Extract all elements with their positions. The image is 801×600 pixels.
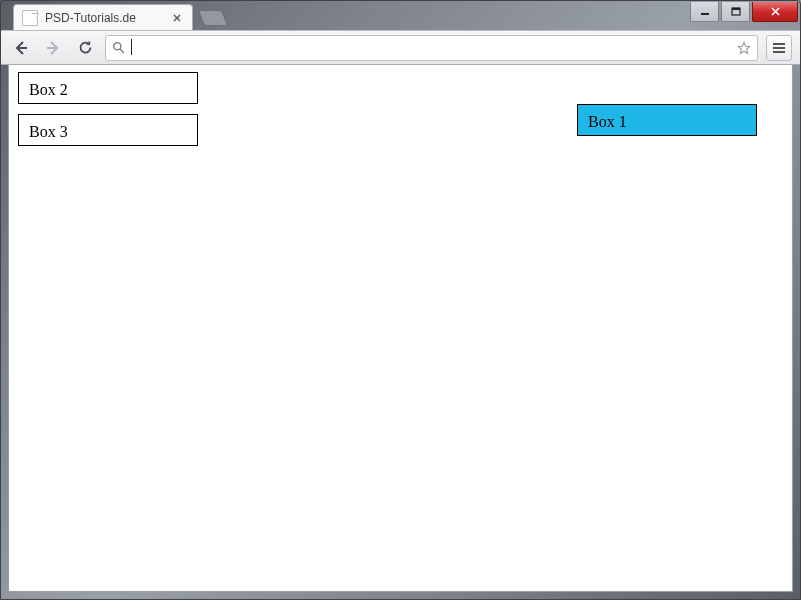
- address-bar[interactable]: [105, 35, 758, 61]
- svg-line-4: [120, 49, 124, 53]
- maximize-icon: [731, 7, 741, 17]
- svg-rect-0: [701, 13, 709, 15]
- page-viewport: Box 1 Box 2 Box 3: [8, 64, 793, 592]
- hamburger-icon: [772, 42, 786, 54]
- minimize-button[interactable]: [690, 2, 719, 22]
- svg-rect-7: [773, 51, 785, 53]
- minimize-icon: [700, 7, 710, 17]
- menu-button[interactable]: [766, 35, 792, 61]
- window-inner: PSD-Tutorials.de: [0, 0, 801, 600]
- url-input[interactable]: [131, 39, 731, 57]
- file-icon: [22, 10, 38, 26]
- page-content: Box 1 Box 2 Box 3: [9, 64, 792, 591]
- tab-close-button[interactable]: [170, 11, 184, 25]
- svg-rect-6: [773, 47, 785, 49]
- svg-rect-2: [732, 8, 740, 10]
- tabstrip: PSD-Tutorials.de: [1, 3, 800, 30]
- box-1: Box 1: [577, 104, 757, 136]
- bookmark-star-icon[interactable]: [737, 41, 751, 55]
- close-icon: [173, 14, 181, 22]
- maximize-button[interactable]: [721, 2, 750, 22]
- new-tab-button[interactable]: [198, 10, 228, 26]
- back-button[interactable]: [9, 36, 33, 60]
- box-3: Box 3: [18, 114, 198, 146]
- reload-icon: [77, 39, 94, 56]
- box-2: Box 2: [18, 72, 198, 104]
- forward-button[interactable]: [41, 36, 65, 60]
- reload-button[interactable]: [73, 36, 97, 60]
- close-window-button[interactable]: [752, 2, 798, 22]
- search-icon: [112, 41, 125, 54]
- browser-tab[interactable]: PSD-Tutorials.de: [13, 4, 193, 30]
- close-icon: [770, 6, 781, 17]
- browser-window: PSD-Tutorials.de: [0, 0, 801, 600]
- arrow-right-icon: [44, 39, 62, 57]
- tab-title: PSD-Tutorials.de: [45, 11, 163, 25]
- arrow-left-icon: [12, 39, 30, 57]
- svg-rect-5: [773, 43, 785, 45]
- svg-point-3: [114, 43, 121, 50]
- toolbar: [1, 30, 800, 65]
